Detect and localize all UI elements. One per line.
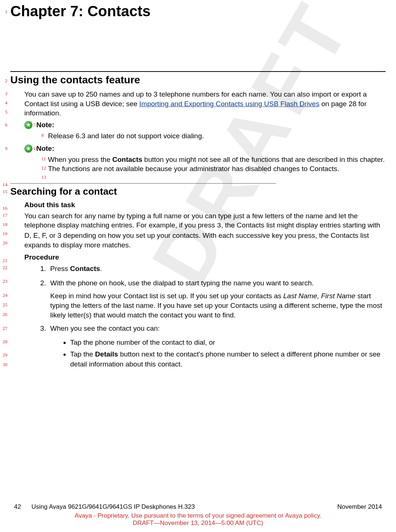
line-num-4: 4 bbox=[0, 100, 7, 106]
line-num-7: 7 bbox=[33, 122, 36, 128]
line-num-12: 12 bbox=[41, 165, 46, 171]
step1-post: . bbox=[100, 265, 102, 272]
note2-bold: Contacts bbox=[112, 156, 142, 163]
about-key: 3 bbox=[217, 222, 221, 230]
note1-body: Release 6.3 and later do not support voi… bbox=[48, 131, 386, 141]
line-num-10: 10 bbox=[33, 146, 38, 152]
line-num-6: 6 bbox=[0, 122, 7, 128]
line-num-23: 23 bbox=[0, 278, 7, 284]
procedure-list: Press Contacts. With the phone on hook, … bbox=[48, 264, 386, 334]
bullet2-pre: Tap the bbox=[70, 350, 95, 358]
intro-paragraph: You can save up to 250 names and up to 3… bbox=[24, 90, 386, 118]
bullet-1: Tap the phone number of the contact to d… bbox=[70, 338, 386, 348]
step-3: When you see the contact you can: bbox=[48, 323, 386, 334]
section-using-contacts: Using the contacts feature bbox=[10, 74, 386, 86]
line-num-9: 9 bbox=[0, 146, 7, 152]
line-num-26: 26 bbox=[0, 312, 7, 317]
line-num-1: 1 bbox=[0, 9, 7, 15]
line-num-24: 24 bbox=[0, 292, 7, 298]
step2-extra-italic: Last Name, First Name bbox=[283, 292, 355, 300]
line-num-19: 19 bbox=[0, 231, 7, 237]
section-rule bbox=[10, 71, 386, 72]
note-icon: ★ bbox=[24, 145, 32, 153]
line-num-13: 13 bbox=[41, 174, 46, 180]
line-num-28: 28 bbox=[0, 339, 7, 345]
procedure-heading: Procedure bbox=[24, 253, 386, 261]
about-task-body: You can search for any name by typing a … bbox=[24, 211, 386, 250]
about-task-heading: About this task bbox=[24, 201, 386, 209]
footer-proprietary: Avaya - Proprietary. Use pursuant to the… bbox=[0, 512, 396, 519]
line-num-5: 5 bbox=[0, 109, 7, 115]
line-num-15: 15 bbox=[0, 189, 7, 195]
line-num-22: 22 bbox=[0, 265, 7, 271]
footer-date: November 2014 bbox=[337, 503, 382, 511]
step3-text: When you see the contact you can: bbox=[50, 324, 160, 332]
line-num-16: 16 bbox=[0, 205, 7, 211]
step2-extra-pre: Keep in mind how your Contact list is se… bbox=[50, 292, 283, 300]
line-num-27: 27 bbox=[0, 326, 7, 331]
usb-import-export-link[interactable]: Importing and Exporting Contacts using U… bbox=[140, 100, 320, 108]
bullet2-bold: Details bbox=[95, 350, 118, 358]
chapter-title: Chapter 7: Contacts bbox=[10, 0, 386, 20]
step2-text: With the phone on hook, use the dialpad … bbox=[50, 279, 314, 287]
line-num-29: 29 bbox=[0, 352, 7, 358]
line-num-18: 18 bbox=[0, 222, 7, 227]
line-num-21: 21 bbox=[0, 258, 7, 264]
note2-pre: When you press the bbox=[48, 156, 112, 163]
page-number: 42 bbox=[14, 503, 21, 510]
line-num-8: 8 bbox=[41, 132, 44, 138]
line-num-2: 2 bbox=[0, 78, 7, 84]
note2-label: Note: bbox=[36, 145, 54, 152]
note2-body: When you press the Contacts button you m… bbox=[48, 155, 386, 174]
page-footer: 42 Using Avaya 9621G/9641G/9641GS IP Des… bbox=[0, 503, 396, 527]
section-searching: Searching for a contact bbox=[10, 186, 386, 197]
note-icon: ★ bbox=[24, 121, 32, 129]
line-num-3: 3 bbox=[0, 91, 7, 97]
line-num-11: 11 bbox=[41, 156, 46, 162]
line-num-17: 17 bbox=[0, 212, 7, 218]
step2-extra: Keep in mind how your Contact list is se… bbox=[50, 291, 386, 320]
step-2: With the phone on hook, use the dialpad … bbox=[48, 278, 386, 320]
step-1: Press Contacts. bbox=[48, 264, 386, 274]
line-num-20: 20 bbox=[0, 240, 7, 246]
step1-bold: Contacts bbox=[70, 265, 100, 272]
step3-bullets: Tap the phone number of the contact to d… bbox=[70, 338, 386, 369]
doc-title: Using Avaya 9621G/9641G/9641GS IP Deskph… bbox=[31, 503, 195, 510]
line-num-25: 25 bbox=[0, 302, 7, 308]
step1-pre: Press bbox=[50, 265, 70, 272]
bullet-2: Tap the Details button next to the conta… bbox=[70, 350, 386, 369]
subsection-rule bbox=[10, 183, 276, 184]
note1-label: Note: bbox=[36, 121, 54, 129]
footer-draft-stamp: DRAFT—November 13, 2014—5:00 AM (UTC) bbox=[0, 519, 396, 527]
line-num-30: 30 bbox=[0, 362, 7, 368]
